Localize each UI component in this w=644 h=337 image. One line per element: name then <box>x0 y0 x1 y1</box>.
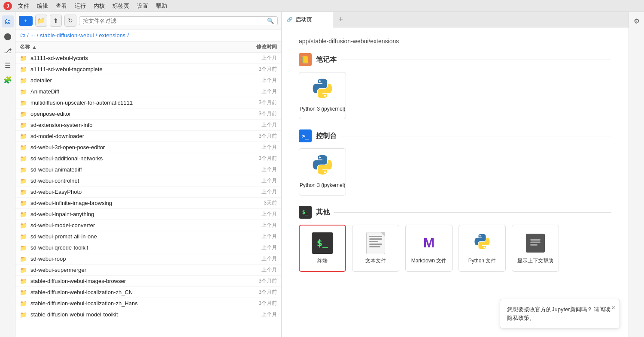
breadcrumb-sep2: / <box>36 32 38 39</box>
top-right-settings: ⚙ <box>629 12 644 337</box>
breadcrumb-extensions[interactable]: extensions <box>99 32 125 39</box>
file-item[interactable]: 📁 sd-webui-additional-networks 3个月前 <box>15 153 281 164</box>
file-item[interactable]: 📁 sd-webui-roop 上个月 <box>15 253 281 265</box>
notebook-python3-card[interactable]: Python 3 (ipykernel) <box>299 72 346 119</box>
refresh-button[interactable]: ↻ <box>64 15 76 27</box>
notebook-section-label: 笔记本 <box>316 55 337 64</box>
file-item[interactable]: 📁 sd-webui-prompt-all-in-one 上个月 <box>15 231 281 242</box>
terminal-card[interactable]: $_ 终端 <box>299 225 346 272</box>
notebook-section-header: 📒 笔记本 <box>299 53 611 66</box>
context-help-icon <box>525 232 546 254</box>
sidebar-circle-icon[interactable]: ⬤ <box>2 30 14 42</box>
upload-button[interactable]: ⬆ <box>50 15 62 27</box>
context-help-card[interactable]: 显示上下文帮助 <box>512 225 559 272</box>
file-item[interactable]: 📁 sd-webui-inpaint-anything 上个月 <box>15 209 281 220</box>
file-item[interactable]: 📁 sd-webui-3d-open-pose-editor 上个月 <box>15 142 281 153</box>
folder-icon: 📁 <box>20 267 27 274</box>
file-item[interactable]: 📁 sd-webui-controlnet 上个月 <box>15 175 281 187</box>
file-item[interactable]: 📁 sd-model-downloader 3个月前 <box>15 131 281 142</box>
sidebar-folder-icon[interactable]: 🗂 <box>2 15 14 27</box>
textfile-card[interactable]: 文本文件 <box>352 225 399 272</box>
menu-kernel[interactable]: 内核 <box>90 1 108 11</box>
svg-rect-0 <box>530 239 540 241</box>
file-date: 3个月前 <box>238 110 277 117</box>
file-item[interactable]: 📁 stable-diffusion-webui-localization-zh… <box>15 298 281 309</box>
file-date: 3个月前 <box>238 277 277 285</box>
file-item[interactable]: 📁 sd-webui-EasyPhoto 上个月 <box>15 187 281 198</box>
markdown-label: Markdown 文件 <box>411 257 447 265</box>
file-item[interactable]: 📁 sd-webui-animatediff 上个月 <box>15 164 281 175</box>
textfile-label: 文本文件 <box>365 257 386 265</box>
folder-icon: 📁 <box>20 200 27 207</box>
other-section-header: $_ 其他 <box>299 206 611 219</box>
file-date: 上个月 <box>238 211 277 218</box>
file-name: sd-webui-inpaint-anything <box>30 211 238 217</box>
file-date: 上个月 <box>238 144 277 151</box>
settings-button[interactable]: ⚙ <box>631 15 642 27</box>
search-input[interactable] <box>83 18 264 24</box>
folder-icon: 📁 <box>20 66 27 73</box>
markdown-card[interactable]: M Markdown 文件 <box>405 225 453 272</box>
breadcrumb-home[interactable]: 🗂 <box>20 32 25 39</box>
file-date: 3个月前 <box>238 289 277 296</box>
file-toolbar: + + 📁 ⬆ ↻ 🔍 <box>15 12 281 30</box>
jupyter-content: app/stable-diffusion-webui/extensions 📒 … <box>282 27 629 337</box>
folder-icon: 📁 <box>20 278 27 285</box>
notification-text: 您想要接收官方的Jupyter新闻吗？ 请阅读隐私政策。 <box>507 306 611 321</box>
folder-icon: 📁 <box>20 300 27 307</box>
file-item[interactable]: 📁 sd-webui-qrcode-toolkit 上个月 <box>15 242 281 253</box>
console-python3-card[interactable]: Python 3 (ipykernel) <box>299 148 346 196</box>
tab-link-icon: 🔗 <box>287 17 293 22</box>
console-section-header: >_ 控制台 <box>299 129 611 142</box>
notification-close[interactable]: × <box>611 303 615 313</box>
menu-help[interactable]: 帮助 <box>152 1 170 11</box>
other-divider <box>334 212 611 213</box>
markdown-icon: M <box>418 232 440 254</box>
file-item[interactable]: 📁 sd-webui-model-converter 上个月 <box>15 220 281 231</box>
file-item[interactable]: 📁 a1111-sd-webui-tagcomplete 3个月前 <box>15 64 281 75</box>
file-item[interactable]: 📁 AnimateDiff 上个月 <box>15 86 281 97</box>
file-item[interactable]: 📁 stable-diffusion-webui-model-toolkit 上… <box>15 309 281 320</box>
breadcrumb-webui[interactable]: stable-diffusion-webui <box>40 32 94 39</box>
breadcrumb-sep1: / <box>27 32 29 39</box>
file-name: sd-webui-prompt-all-in-one <box>30 233 238 240</box>
col-name-header[interactable]: 名称 ▲ <box>20 43 238 51</box>
file-date: 3个月前 <box>238 99 277 106</box>
menu-settings[interactable]: 设置 <box>134 1 152 11</box>
file-item[interactable]: 📁 stable-diffusion-webui-images-browser … <box>15 276 281 287</box>
folder-icon: 📁 <box>20 133 27 140</box>
file-item[interactable]: 📁 multidiffusion-upscaler-for-automatic1… <box>15 97 281 108</box>
folder-icon: 📁 <box>20 155 27 162</box>
menu-file[interactable]: 文件 <box>15 1 33 11</box>
sidebar-list-icon[interactable]: ☰ <box>2 59 14 71</box>
textfile-icon <box>365 232 386 254</box>
folder-icon: 📁 <box>20 111 27 117</box>
file-name: sd-webui-model-converter <box>30 222 238 229</box>
file-item[interactable]: 📁 openpose-editor 3个月前 <box>15 108 281 120</box>
menu-edit[interactable]: 编辑 <box>33 1 52 11</box>
console-python-logo-svg <box>310 155 334 179</box>
open-folder-button[interactable]: 📁 <box>35 15 47 27</box>
file-item[interactable]: 📁 sd-webui-supermerger 上个月 <box>15 265 281 276</box>
file-item[interactable]: 📁 sd-extension-system-info 上个月 <box>15 120 281 131</box>
file-name: sd-webui-qrcode-toolkit <box>30 244 238 251</box>
file-item[interactable]: 📁 stable-diffusion-webui-localization-zh… <box>15 287 281 298</box>
breadcrumb-ellipsis[interactable]: ··· <box>30 32 35 39</box>
file-item[interactable]: 📁 adetailer 上个月 <box>15 75 281 86</box>
add-tab-button[interactable]: + <box>333 12 349 27</box>
console-kernel-cards: Python 3 (ipykernel) <box>299 148 611 196</box>
file-item[interactable]: 📁 sd-webui-infinite-image-browsing 3天前 <box>15 198 281 209</box>
startup-tab[interactable]: 🔗 启动页 <box>282 12 333 27</box>
file-name: stable-diffusion-webui-images-browser <box>30 278 238 284</box>
menu-tabs[interactable]: 标签页 <box>109 1 133 11</box>
new-button[interactable]: + + <box>19 16 33 26</box>
sidebar-git-icon[interactable]: ⎇ <box>2 45 14 57</box>
svg-rect-1 <box>530 241 540 243</box>
menu-view[interactable]: 查看 <box>52 1 70 11</box>
menu-run[interactable]: 运行 <box>71 1 89 11</box>
folder-icon: 📁 <box>20 222 27 229</box>
python-file-card[interactable]: Python 文件 <box>459 225 506 272</box>
file-item[interactable]: 📁 a1111-sd-webui-lycoris 上个月 <box>15 53 281 64</box>
sidebar-puzzle-icon[interactable]: 🧩 <box>2 74 14 86</box>
file-panel: + + 📁 ⬆ ↻ 🔍 🗂 / ··· / stable-diffusion-w… <box>15 12 282 337</box>
